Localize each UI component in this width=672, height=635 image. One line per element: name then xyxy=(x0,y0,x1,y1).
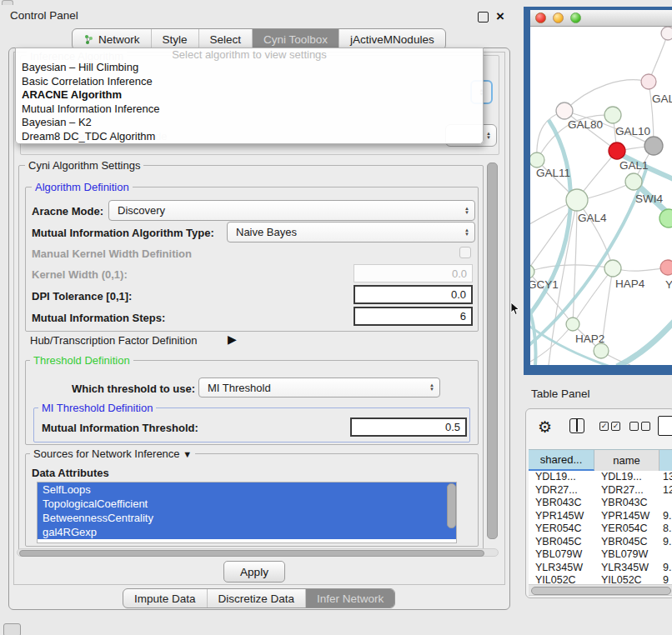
dropdown-item[interactable]: Bayesian – K2 xyxy=(16,116,483,130)
apply-button[interactable]: Apply xyxy=(223,561,285,582)
table-hscrollbar-track[interactable] xyxy=(529,584,672,596)
column-header-shared[interactable]: shared... xyxy=(529,449,594,471)
cell-value: 9. xyxy=(659,562,672,575)
checked-box-icon: ✓ xyxy=(599,422,609,431)
cell-name: YLR345W xyxy=(594,562,659,575)
aracne-mode-combo[interactable]: Discovery ▲▼ xyxy=(108,200,475,221)
document-icon-partial[interactable] xyxy=(658,416,672,436)
table-row[interactable]: YBR045C YBR045C 9. xyxy=(529,536,672,549)
float-window-icon[interactable] xyxy=(478,12,489,22)
network-node-gal4[interactable] xyxy=(566,189,588,211)
settings-hscrollbar-thumb[interactable] xyxy=(19,550,484,557)
kernel-width-label: Kernel Width (0,1): xyxy=(32,268,128,281)
list-item[interactable]: BetweennessCentrality xyxy=(38,511,456,525)
close-traffic-light[interactable] xyxy=(535,12,546,23)
tab-infer-network[interactable]: Infer Network xyxy=(305,589,394,608)
settings-vscrollbar-thumb[interactable] xyxy=(487,162,498,539)
dropdown-item[interactable]: Bayesian – Hill Climbing xyxy=(16,61,483,75)
network-node-gcy1[interactable] xyxy=(530,265,534,278)
table-row[interactable]: YBL079W YBL079W xyxy=(529,548,672,562)
select-all-checkboxes-icon[interactable]: ✓ ✓ xyxy=(599,422,620,431)
panel-tab-sliver xyxy=(2,0,13,5)
manual-kernel-checkbox[interactable] xyxy=(459,247,471,258)
cell-name: YBL079W xyxy=(594,548,659,562)
table-row[interactable]: YDL19... YDL19... 13 xyxy=(529,471,672,484)
table-row[interactable]: YIL052C YIL052C 9 xyxy=(529,574,672,584)
cell-shared: YDL19... xyxy=(529,471,594,484)
cell-value: 9. xyxy=(659,510,672,523)
dpi-tolerance-field[interactable]: 0.0 xyxy=(354,285,473,304)
cell-shared: YLR345W xyxy=(529,562,594,575)
tab-cyni-toolbox[interactable]: Cyni Toolbox xyxy=(252,29,339,49)
node-label-hap2: HAP2 xyxy=(575,332,604,345)
gear-icon[interactable]: ⚙ xyxy=(538,418,552,437)
network-canvas[interactable]: GAL GAL80 GAL10 GAL1 GAL11 SWI4 GAL4 GCY… xyxy=(530,27,672,365)
minimize-traffic-light[interactable] xyxy=(553,12,564,23)
mi-threshold-field[interactable]: 0.5 xyxy=(350,418,467,437)
table-row[interactable]: YBR043C YBR043C xyxy=(529,497,672,510)
table-hscrollbar-thumb[interactable] xyxy=(531,587,671,595)
tab-discretize-data-label: Discretize Data xyxy=(218,592,295,605)
column-header-partial[interactable] xyxy=(659,449,672,471)
tab-impute-data[interactable]: Impute Data xyxy=(123,589,207,608)
dropdown-item-selected[interactable]: ARACNE Algorithm xyxy=(16,88,483,102)
network-node-gray[interactable] xyxy=(644,137,663,155)
mi-threshold-label: Mutual Information Threshold: xyxy=(42,422,198,434)
kernel-width-field[interactable]: 0.0 xyxy=(354,264,473,282)
tab-jactivemnodules[interactable]: jActiveMNodules xyxy=(339,29,445,49)
network-node-salmon[interactable] xyxy=(660,260,672,275)
network-node-gal10[interactable] xyxy=(604,107,621,123)
sources-collapse-arrow-icon[interactable]: ▼ xyxy=(183,449,192,459)
dropdown-item[interactable]: Mutual Information Inference xyxy=(16,102,483,117)
settings-hscrollbar-track[interactable] xyxy=(17,548,499,557)
table-row[interactable]: YLR345W YLR345W 9. xyxy=(529,562,672,575)
network-node-gal-partial[interactable] xyxy=(641,74,656,89)
network-node-bottom[interactable] xyxy=(594,343,609,358)
cell-shared: YBR045C xyxy=(529,536,594,549)
hub-expand-arrow-icon[interactable]: ▶ xyxy=(228,332,237,346)
network-node-gal1-red[interactable] xyxy=(609,142,625,159)
network-node-hap4[interactable] xyxy=(604,260,621,277)
split-columns-icon[interactable] xyxy=(569,418,584,433)
attribute-list-scrollbar[interactable] xyxy=(447,483,456,528)
zoom-traffic-light[interactable] xyxy=(570,12,581,23)
data-attributes-list: SelfLoops TopologicalCoefficient Between… xyxy=(37,482,457,543)
mi-type-combo[interactable]: Naive Bayes ▲▼ xyxy=(227,222,475,242)
dropdown-item[interactable]: Basic Correlation Inference xyxy=(16,75,483,89)
tab-style[interactable]: Style xyxy=(151,29,198,49)
checked-box-icon: ✓ xyxy=(611,422,620,431)
which-threshold-label: Which threshold to use: xyxy=(72,382,195,395)
mi-steps-field[interactable]: 6 xyxy=(354,307,473,326)
list-item[interactable]: gal4RGexp xyxy=(38,525,456,539)
which-threshold-combo[interactable]: MI Threshold ▲▼ xyxy=(198,378,440,398)
network-node-top-partial[interactable] xyxy=(661,27,672,40)
tab-select[interactable]: Select xyxy=(198,29,253,49)
mini-panel-button[interactable] xyxy=(3,623,21,635)
cell-name: YER054C xyxy=(594,522,659,536)
cell-value xyxy=(659,497,672,510)
network-edges-teal xyxy=(530,120,672,365)
data-attributes-label: Data Attributes xyxy=(32,467,109,479)
network-node-gal80[interactable] xyxy=(556,102,573,119)
network-node-gal11[interactable] xyxy=(530,152,544,168)
tab-network[interactable]: Network xyxy=(73,29,151,49)
node-label-gcy1: GCY1 xyxy=(530,278,559,291)
cell-shared: YIL052C xyxy=(529,574,594,584)
network-node-swi4[interactable] xyxy=(625,173,642,190)
algorithm-definition-title: Algorithm Definition xyxy=(32,181,133,193)
column-header-name[interactable]: name xyxy=(594,449,659,471)
deselect-all-checkboxes-icon[interactable] xyxy=(629,422,650,431)
close-icon[interactable]: × xyxy=(496,12,504,21)
table-row[interactable]: YPR145W YPR145W 9. xyxy=(529,510,672,523)
cell-shared: YER054C xyxy=(529,522,594,536)
tab-discretize-data[interactable]: Discretize Data xyxy=(207,589,306,608)
network-window-titlebar[interactable] xyxy=(530,10,672,27)
table-row[interactable]: YDR27... YDR27... 12 xyxy=(529,484,672,498)
list-item[interactable]: SelfLoops xyxy=(38,482,456,497)
network-node-hap2[interactable] xyxy=(566,318,579,331)
list-item[interactable]: TopologicalCoefficient xyxy=(38,497,456,511)
table-row[interactable]: YER054C YER054C 8. xyxy=(529,522,672,536)
dropdown-item[interactable]: Dream8 DC_TDC Algorithm xyxy=(16,130,483,144)
network-node-green-bright[interactable] xyxy=(659,209,672,228)
mi-threshold-group-title: MI Threshold Definition xyxy=(38,402,156,414)
